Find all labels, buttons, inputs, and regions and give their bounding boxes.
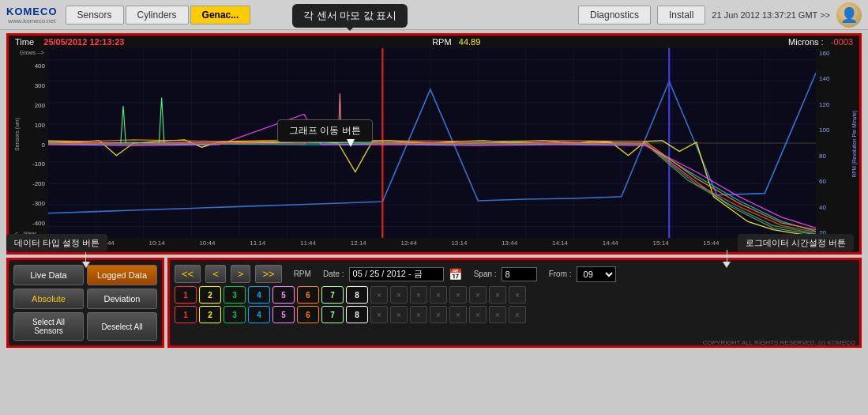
- sensor-r2-x-14[interactable]: ×: [469, 306, 487, 323]
- time-value: 25/05/2012 12:13:23: [43, 37, 124, 47]
- sensor-r2-x-13[interactable]: ×: [449, 306, 467, 323]
- annotation-line-2: [727, 250, 727, 262]
- span-input[interactable]: [502, 267, 537, 281]
- sensor-r2-x-9[interactable]: ×: [370, 306, 388, 323]
- nav-tab-diagnostics[interactable]: Diagnostics: [578, 6, 651, 25]
- logo: KOMECO www.komeco.net: [6, 6, 58, 25]
- span-label: Span :: [474, 270, 497, 278]
- trend-header: << < > >> RPM Date : 📅 Span : From : 09 …: [175, 265, 855, 283]
- x-axis: 09:14 09:44 10:14 10:44 11:14 11:44 12:1…: [9, 238, 859, 248]
- from-label: From :: [549, 270, 572, 278]
- nav-tab-install[interactable]: Install: [657, 6, 705, 25]
- log-time-annotation: 로그데이터 시간설정 버튼: [738, 234, 854, 252]
- sensor-4-btn[interactable]: 4: [248, 286, 270, 304]
- calendar-icon[interactable]: 📅: [449, 268, 462, 281]
- logged-data-button[interactable]: Logged Data: [87, 265, 157, 285]
- main-content: Time 25/05/2012 12:13:23 RPM 44.89 Micro…: [0, 30, 868, 351]
- chart-grid: 그래프 이동 버튼: [48, 48, 816, 238]
- chart-container: Time 25/05/2012 12:13:23 RPM 44.89 Micro…: [6, 33, 862, 255]
- logo-url: www.komeco.net: [8, 17, 55, 25]
- header-datetime: 21 Jun 2012 13:37:21 GMT >>: [712, 10, 830, 20]
- from-select[interactable]: 09 10 11: [577, 266, 616, 282]
- chart-header: Time 25/05/2012 12:13:23 RPM 44.89 Micro…: [9, 36, 859, 48]
- nav-tab-genac[interactable]: Genac...: [190, 6, 251, 25]
- sensor-r2-3-btn[interactable]: 3: [224, 306, 246, 323]
- sensor-r2-5-btn[interactable]: 5: [272, 306, 295, 323]
- bottom-section: 데이터 타입 설정 버튼 로그데이터 시간설정 버튼 Live Data Log…: [6, 258, 862, 348]
- nav-tab-cylinders[interactable]: Cylinders: [126, 6, 189, 25]
- rpm-col-label: RPM: [294, 270, 311, 278]
- sensor-r2-x-10[interactable]: ×: [390, 306, 408, 323]
- sensor-x-9[interactable]: ×: [370, 286, 388, 304]
- microns-value: -0003: [831, 37, 853, 47]
- annotation-arrow-2: [723, 262, 731, 268]
- nav-tab-sensors[interactable]: Sensors: [66, 6, 124, 25]
- header: KOMECO www.komeco.net Sensors Cylinders …: [0, 0, 868, 30]
- header-right: Diagnostics Install 21 Jun 2012 13:37:21…: [578, 2, 862, 28]
- chart-body: Grows --> 400 300 200 100 0 -100 -200 -3…: [9, 48, 859, 238]
- user-icon[interactable]: 👤: [836, 2, 862, 28]
- rpm-display: RPM 44.89: [432, 37, 480, 47]
- sensor-r2-8-btn[interactable]: 8: [346, 306, 368, 323]
- copyright-text: COPYRIGHT ALL RIGHTS RESERVED. (c) KOMEC…: [703, 339, 855, 346]
- date-input[interactable]: [349, 267, 444, 281]
- trend-panel: << < > >> RPM Date : 📅 Span : From : 09 …: [167, 258, 862, 348]
- absolute-deviation-row: Absolute Deviation: [13, 289, 157, 309]
- sensor-x-12[interactable]: ×: [430, 286, 447, 304]
- sensor-x-16[interactable]: ×: [509, 286, 526, 304]
- deviation-button[interactable]: Deviation: [87, 289, 157, 309]
- annotation-arrow-1: [82, 262, 90, 268]
- select-all-sensors-button[interactable]: Select All Sensors: [13, 312, 84, 341]
- sensor-r2-7-btn[interactable]: 7: [321, 306, 344, 323]
- deselect-all-button[interactable]: Deselect All: [87, 312, 157, 341]
- live-data-button[interactable]: Live Data: [13, 265, 84, 285]
- sensor-r2-x-11[interactable]: ×: [410, 306, 427, 323]
- sensor-x-13[interactable]: ×: [449, 286, 467, 304]
- sensor-row-2: 1 2 3 4 5 6 7 8 × × × × × × × ×: [175, 306, 855, 323]
- graph-tooltip-arrow: [347, 139, 355, 147]
- time-label: Time 25/05/2012 12:13:23: [15, 37, 124, 47]
- sensor-r2-x-12[interactable]: ×: [430, 306, 447, 323]
- sensor-r2-x-15[interactable]: ×: [489, 306, 506, 323]
- date-label: Date :: [323, 270, 344, 278]
- sensor-8-btn[interactable]: 8: [346, 286, 368, 304]
- sensor-r2-x-16[interactable]: ×: [509, 306, 526, 323]
- absolute-button[interactable]: Absolute: [13, 289, 84, 309]
- sensor-x-14[interactable]: ×: [469, 286, 487, 304]
- sensor-r2-2-btn[interactable]: 2: [199, 306, 221, 323]
- logo-text: KOMECO: [6, 6, 58, 17]
- sensor-5-btn[interactable]: 5: [272, 286, 295, 304]
- sensor-x-10[interactable]: ×: [390, 286, 408, 304]
- sensor-2-btn[interactable]: 2: [199, 286, 221, 304]
- grows-label: Grows -->: [20, 50, 44, 55]
- data-type-panel: Live Data Logged Data Absolute Deviation…: [6, 258, 164, 348]
- sensor-r2-4-btn[interactable]: 4: [248, 306, 270, 323]
- data-type-annotation: 데이터 타입 설정 버튼: [6, 234, 107, 252]
- sensor-6-btn[interactable]: 6: [297, 286, 319, 304]
- sensor-3-btn[interactable]: 3: [224, 286, 246, 304]
- sensor-1-btn[interactable]: 1: [175, 286, 197, 304]
- nav-next-button[interactable]: >: [231, 265, 251, 283]
- header-tooltip: 각 센서 마모 값 표시: [292, 4, 408, 28]
- sensor-x-11[interactable]: ×: [410, 286, 427, 304]
- rpm-value: 44.89: [459, 37, 481, 47]
- nav-prev-button[interactable]: <: [205, 265, 226, 283]
- sensor-x-15[interactable]: ×: [489, 286, 506, 304]
- sensor-r2-6-btn[interactable]: 6: [297, 306, 319, 323]
- nav-first-button[interactable]: <<: [175, 265, 201, 283]
- sensor-7-btn[interactable]: 7: [321, 286, 344, 304]
- y-axis-left: Grows --> 400 300 200 100 0 -100 -200 -3…: [9, 48, 48, 238]
- select-deselect-row: Select All Sensors Deselect All: [13, 312, 157, 341]
- sensor-r2-1-btn[interactable]: 1: [175, 306, 197, 323]
- sensor-row-1: 1 2 3 4 5 6 7 8 × × × × × × × ×: [175, 286, 855, 304]
- nav-last-button[interactable]: >>: [255, 265, 281, 283]
- y-right-title: RPM (Revolution Per Minute): [851, 111, 857, 178]
- chart-svg: [48, 48, 816, 238]
- sensor-grid: 1 2 3 4 5 6 7 8 × × × × × × × ×: [175, 286, 855, 323]
- microns-display: Microns : -0003: [788, 37, 853, 47]
- graph-move-tooltip: 그래프 이동 버튼: [277, 119, 373, 142]
